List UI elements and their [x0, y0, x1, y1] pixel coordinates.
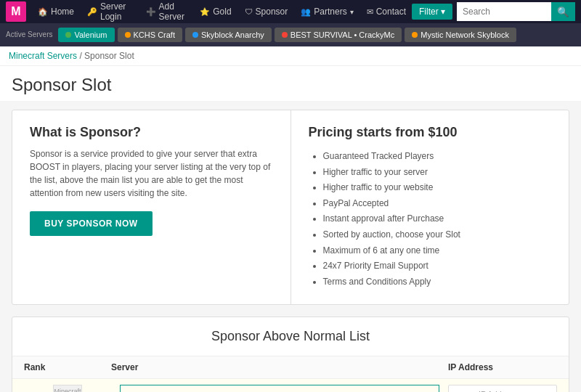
home-icon: 🏠: [38, 7, 48, 17]
table-row: Minecraft Server Icon Loading Banner... …: [12, 379, 569, 392]
active-servers-label: Active Servers: [6, 30, 52, 39]
pricing-features-list: Guaranteed Tracked Players Higher traffi…: [309, 149, 552, 290]
what-is-title: What is Sponsor?: [30, 125, 273, 140]
list-item: Sorted by auction, choose your Slot: [323, 227, 552, 243]
rank-cell: Minecraft Server Icon: [24, 385, 111, 392]
list-item: 24x7 Priority Email Support: [323, 258, 552, 274]
status-dot: [412, 32, 418, 38]
search-box: 🔍: [457, 2, 575, 21]
what-is-sponsor-section: What is Sponsor? Sponsor is a service pr…: [12, 110, 291, 304]
status-dot: [125, 32, 131, 38]
column-ip: IP Address: [448, 362, 557, 372]
pricing-title: Pricing starts from $100: [309, 125, 552, 140]
column-server: Server: [111, 362, 448, 372]
server-tab-best-survival[interactable]: BEST SURVIVAL • CrackyMc: [275, 28, 402, 42]
ip-address-display: server.IP.Address: [448, 385, 557, 392]
column-rank: Rank: [24, 362, 111, 372]
server-info-cell: Loading Banner... Gold User 100/100 This…: [111, 385, 448, 392]
server-tab-label: KCHS Craft: [134, 30, 175, 39]
people-icon: 👥: [301, 7, 311, 17]
page-title-section: Sponsor Slot: [0, 66, 581, 101]
table-header: Rank Server IP Address: [12, 356, 569, 379]
nav-gold[interactable]: ⭐ Gold: [194, 4, 237, 20]
search-input[interactable]: [457, 2, 551, 21]
loading-banner: Loading Banner...: [120, 385, 439, 392]
nav-sponsor[interactable]: 🛡 Sponsor: [239, 4, 294, 20]
list-item: Higher traffic to your website: [323, 180, 552, 196]
top-navigation: M 🏠 Home 🔑 Server Login ➕ Add Server ⭐ G…: [0, 0, 581, 23]
server-tab-skyblock[interactable]: Skyblock Anarchy: [185, 28, 272, 42]
shield-icon: 🛡: [245, 7, 253, 16]
nav-add-server[interactable]: ➕ Add Server: [140, 0, 193, 25]
nav-partners[interactable]: 👥 Partners ▾: [295, 4, 359, 20]
sponsor-table-section: Sponsor Above Normal List Rank Server IP…: [12, 317, 569, 392]
buy-sponsor-button[interactable]: BUY SPONSOR NOW: [30, 211, 153, 236]
server-icon: Minecraft Server Icon: [53, 385, 82, 392]
filter-button[interactable]: Filter ▾: [412, 4, 452, 20]
server-tab-label: Mystic Network Skyblock: [420, 30, 509, 39]
server-tab-valenium[interactable]: Valenium: [58, 28, 114, 42]
active-servers-bar: Active Servers Valenium KCHS Craft Skybl…: [0, 23, 581, 46]
main-content: What is Sponsor? Sponsor is a service pr…: [0, 101, 581, 392]
nav-home[interactable]: 🏠 Home: [32, 4, 80, 20]
list-item: Terms and Conditions Apply: [323, 274, 552, 290]
star-icon: ⭐: [200, 7, 210, 17]
list-item: Instant approval after Purchase: [323, 211, 552, 227]
server-tabs-container: Valenium KCHS Craft Skyblock Anarchy BES…: [58, 28, 516, 42]
server-tab-label: Valenium: [74, 30, 107, 39]
server-tab-kchs[interactable]: KCHS Craft: [118, 28, 182, 42]
what-is-description: Sponsor is a service provided to give yo…: [30, 147, 273, 200]
mail-icon: ✉: [367, 7, 373, 17]
breadcrumb-current: Sponsor Slot: [84, 51, 134, 61]
chevron-down-icon: ▾: [350, 8, 354, 16]
list-item: Maximum of 6 at any one time: [323, 243, 552, 259]
plus-icon: ➕: [146, 7, 156, 17]
status-dot: [65, 32, 71, 38]
breadcrumb: Minecraft Servers / Sponsor Slot: [0, 46, 581, 66]
ip-cell: server.IP.Address: [448, 385, 557, 392]
page-title: Sponsor Slot: [12, 75, 569, 95]
nav-server-login[interactable]: 🔑 Server Login: [81, 0, 139, 25]
site-logo[interactable]: M: [6, 1, 26, 22]
info-box: What is Sponsor? Sponsor is a service pr…: [12, 110, 569, 305]
list-item: Guaranteed Tracked Players: [323, 149, 552, 165]
server-tab-mystic[interactable]: Mystic Network Skyblock: [405, 28, 516, 42]
breadcrumb-parent[interactable]: Minecraft Servers: [9, 51, 77, 61]
server-tab-label: BEST SURVIVAL • CrackyMc: [290, 30, 394, 39]
status-dot: [192, 32, 198, 38]
pricing-section: Pricing starts from $100 Guaranteed Trac…: [291, 110, 569, 304]
nav-links-container: 🏠 Home 🔑 Server Login ➕ Add Server ⭐ Gol…: [32, 0, 412, 25]
search-button[interactable]: 🔍: [551, 2, 575, 21]
server-tab-label: Skyblock Anarchy: [201, 30, 264, 39]
list-item: PayPal Accepted: [323, 196, 552, 212]
nav-contact[interactable]: ✉ Contact: [361, 4, 412, 20]
key-icon: 🔑: [87, 7, 97, 17]
status-dot: [282, 32, 288, 38]
sponsor-section-title: Sponsor Above Normal List: [12, 317, 569, 356]
list-item: Higher traffic to your server: [323, 165, 552, 181]
nav-right-section: Filter ▾ 🔍: [412, 2, 575, 21]
